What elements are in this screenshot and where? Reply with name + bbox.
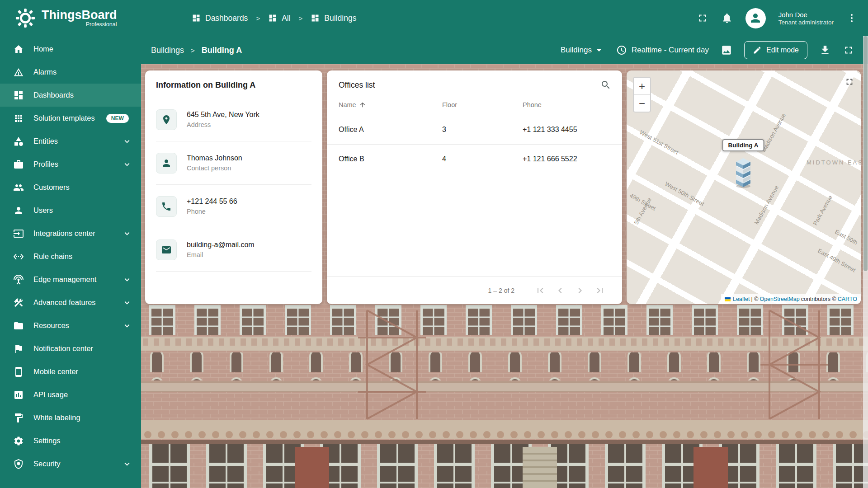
chevron-down-icon <box>122 229 132 239</box>
sidebar-item-label: Resources <box>33 321 69 330</box>
sidebar-item-label: Alarms <box>33 68 57 76</box>
previous-page-icon[interactable] <box>553 284 567 297</box>
breadcrumb-separator: > <box>191 47 195 54</box>
email-label: Email <box>187 251 255 258</box>
location-pin-icon <box>156 109 177 130</box>
table-header-row: Name Floor Phone <box>327 95 622 115</box>
column-header-phone[interactable]: Phone <box>523 101 610 108</box>
map-fullscreen-icon[interactable] <box>844 77 854 87</box>
more-menu-icon[interactable] <box>846 13 857 23</box>
building-marker-icon[interactable] <box>733 155 754 189</box>
chevron-down-icon <box>122 136 132 146</box>
leaflet-link[interactable]: Leaflet <box>733 296 750 302</box>
dashboard-state-label: Buildings <box>561 46 592 55</box>
column-label: Phone <box>523 101 542 108</box>
table-pagination: 1 – 2 of 2 <box>327 276 622 304</box>
sidebar-item-dashboards[interactable]: Dashboards <box>0 84 141 107</box>
user-info[interactable]: John Doe Tenant administrator <box>778 10 834 26</box>
breadcrumb-label: Dashboards <box>205 14 248 23</box>
phone-icon <box>156 196 177 217</box>
email-value: building-a@mail.com <box>187 241 255 249</box>
chevron-down-icon <box>122 321 132 331</box>
fullscreen-icon[interactable] <box>697 12 708 24</box>
zoom-in-button[interactable]: + <box>634 78 650 94</box>
carto-link[interactable]: CARTO <box>838 296 857 302</box>
sort-ascending-icon <box>359 101 366 108</box>
sidebar-item-advanced-features[interactable]: Advanced features <box>0 291 141 314</box>
apps-grid-icon <box>13 113 24 124</box>
sidebar-item-api-usage[interactable]: API usage <box>0 383 141 406</box>
dashboard-breadcrumb: Buildings > Building A <box>151 46 242 55</box>
sidebar-item-label: Dashboards <box>33 91 74 99</box>
warning-triangle-icon <box>13 67 24 78</box>
sidebar-item-white-labeling[interactable]: White labeling <box>0 406 141 429</box>
folder-icon <box>13 320 24 331</box>
shield-icon <box>13 459 24 469</box>
sidebar-item-users[interactable]: Users <box>0 199 141 222</box>
image-export-icon[interactable] <box>721 44 732 56</box>
last-page-icon[interactable] <box>593 284 607 297</box>
chevron-down-icon <box>122 298 132 308</box>
page-scrollbar[interactable] <box>863 36 868 488</box>
attribution-text: contributors © <box>801 296 836 302</box>
thingsboard-logo-icon <box>15 8 36 28</box>
briefcase-icon <box>13 159 24 170</box>
sidebar-item-solution-templates[interactable]: Solution templates NEW <box>0 107 141 130</box>
sidebar-item-home[interactable]: Home <box>0 38 141 61</box>
building-marker-tooltip[interactable]: Building A <box>722 139 764 151</box>
dashboard-state-select[interactable]: Buildings <box>561 45 604 56</box>
first-page-icon[interactable] <box>533 284 547 297</box>
table-row-office-a[interactable]: Office A 3 +1 121 333 4455 <box>327 115 622 144</box>
notifications-bell-icon[interactable] <box>721 12 733 24</box>
rule-chain-icon <box>13 251 24 262</box>
sidebar-item-rule-chains[interactable]: Rule chains <box>0 245 141 268</box>
smartphone-icon <box>13 366 24 377</box>
sidebar-item-settings[interactable]: Settings <box>0 429 141 452</box>
info-row-contact: Thomas Johnson Contact person <box>156 141 311 185</box>
user-avatar[interactable] <box>745 8 766 28</box>
dashboards-icon <box>311 14 320 23</box>
address-label: Address <box>187 121 259 128</box>
edit-mode-button[interactable]: Edit mode <box>744 41 807 59</box>
sidebar-item-label: Profiles <box>33 160 58 169</box>
breadcrumb-item-dashboards[interactable]: Dashboards <box>192 14 248 23</box>
download-icon[interactable] <box>819 44 831 56</box>
sidebar-item-alarms[interactable]: Alarms <box>0 61 141 84</box>
sidebar-item-customers[interactable]: Customers <box>0 176 141 199</box>
info-row-email: building-a@mail.com Email <box>156 228 311 272</box>
sidebar-item-label: Advanced features <box>33 298 96 307</box>
sidebar-item-label: Security <box>33 460 61 468</box>
sidebar-item-security[interactable]: Security <box>0 452 141 475</box>
info-row-address: 645 5th Ave, New York Address <box>156 98 311 141</box>
column-header-floor[interactable]: Floor <box>442 101 523 108</box>
sidebar-item-mobile-center[interactable]: Mobile center <box>0 360 141 383</box>
info-row-phone: +121 244 55 66 Phone <box>156 185 311 228</box>
sidebar-item-entities[interactable]: Entities <box>0 130 141 153</box>
sidebar-item-notification-center[interactable]: Notification center <box>0 337 141 360</box>
attribution-text: | © <box>751 296 759 302</box>
next-page-icon[interactable] <box>573 284 587 297</box>
zoom-out-button[interactable]: − <box>634 95 650 112</box>
openstreetmap-link[interactable]: OpenStreetMap <box>760 296 799 302</box>
office-name: Office A <box>339 126 442 134</box>
person-icon <box>156 153 177 174</box>
sidebar-item-integrations-center[interactable]: Integrations center <box>0 222 141 245</box>
search-icon[interactable] <box>600 80 611 90</box>
sidebar-item-label: Users <box>33 206 53 215</box>
sidebar-item-resources[interactable]: Resources <box>0 314 141 337</box>
table-row-office-b[interactable]: Office B 4 +1 121 666 5522 <box>327 144 622 174</box>
app-logo[interactable]: ThingsBoard Professional <box>0 8 141 28</box>
column-header-name[interactable]: Name <box>339 101 442 108</box>
map-widget[interactable]: West 51st Street West 50th Street 49th S… <box>627 70 861 304</box>
scrollbar-thumb[interactable] <box>863 36 868 271</box>
sidebar-item-label: Rule chains <box>33 252 72 261</box>
breadcrumb-item-buildings-root[interactable]: Buildings <box>151 46 184 55</box>
breadcrumb-item-all[interactable]: All <box>268 14 290 23</box>
flag-icon <box>13 343 24 354</box>
sidebar-item-profiles[interactable]: Profiles <box>0 153 141 176</box>
breadcrumb-item-buildings[interactable]: Buildings <box>311 14 356 23</box>
sidebar-item-edge-management[interactable]: Edge management <box>0 268 141 291</box>
sidebar-item-label: Integrations center <box>33 229 95 238</box>
timewindow-button[interactable]: Realtime - Current day <box>616 45 709 56</box>
fullscreen-icon[interactable] <box>843 44 854 56</box>
